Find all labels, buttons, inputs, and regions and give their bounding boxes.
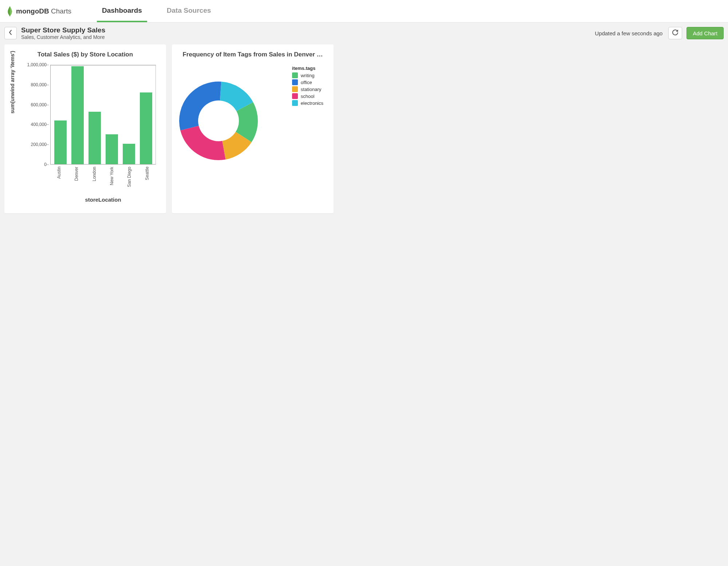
bar-austin — [54, 120, 67, 164]
dashboard-subtitle: Sales, Customer Analytics, and More — [21, 34, 105, 40]
refresh-icon — [672, 29, 678, 37]
leaf-icon — [7, 6, 13, 17]
legend-label: stationary — [301, 87, 321, 92]
bar-x-tick: San Diego — [127, 167, 132, 192]
donut-slice-school — [180, 126, 225, 160]
legend-swatch — [292, 79, 298, 85]
bar-london — [88, 112, 101, 164]
bar-y-tick: 1,000,000 — [17, 62, 47, 67]
legend-item-writing: writing — [292, 72, 323, 78]
legend-swatch — [292, 93, 298, 99]
add-chart-button[interactable]: Add Chart — [686, 27, 724, 39]
donut-svg — [178, 81, 259, 161]
updated-text: Updated a few seconds ago — [595, 30, 662, 36]
bar-y-tick: 600,000 — [17, 102, 47, 107]
legend-label: office — [301, 80, 312, 85]
donut-chart: items.tags writingofficestationaryschool… — [178, 63, 327, 208]
donut-legend: items.tags writingofficestationaryschool… — [292, 66, 323, 107]
legend-swatch — [292, 100, 298, 106]
legend-item-stationary: stationary — [292, 86, 323, 92]
bar-chart: sum(unwind array 'items') 0200,000400,00… — [11, 63, 160, 208]
bar-x-tick: Austin — [56, 167, 62, 192]
legend-item-office: office — [292, 79, 323, 85]
bar-y-ticks: 0200,000400,000600,000800,0001,000,000 — [20, 65, 49, 165]
donut-slice-office — [179, 82, 221, 130]
top-nav: mongoDB Charts Dashboards Data Sources — [0, 0, 728, 23]
tab-data-sources[interactable]: Data Sources — [162, 0, 216, 22]
bar-san-diego — [123, 144, 135, 164]
bar-y-axis-label: sum(unwind array 'items') — [9, 51, 15, 114]
bar-x-axis-label: storeLocation — [50, 197, 156, 203]
bar-x-ticks: AustinDenverLondonNew YorkSan DiegoSeatt… — [50, 167, 156, 192]
bar-x-tick: London — [92, 167, 97, 192]
bar-plot-area — [50, 65, 156, 165]
bar-y-tick: 0 — [17, 162, 47, 167]
donut-legend-title: items.tags — [292, 66, 323, 71]
legend-item-electronics: electronics — [292, 100, 323, 106]
bar-seattle — [140, 92, 152, 164]
bar-y-tick: 400,000 — [17, 122, 47, 127]
bar-x-tick: New York — [109, 167, 114, 192]
bar-y-tick: 200,000 — [17, 142, 47, 147]
chevron-left-icon — [9, 30, 12, 36]
bar-denver — [71, 66, 84, 164]
refresh-button[interactable] — [668, 27, 682, 39]
cards-container: Total Sales ($) by Store Location sum(un… — [0, 44, 728, 221]
bar-x-tick: Seattle — [145, 167, 150, 192]
legend-item-school: school — [292, 93, 323, 99]
nav-tabs: Dashboards Data Sources — [97, 0, 216, 22]
brand-bold: mongoDB — [16, 7, 49, 15]
card-bar-chart[interactable]: Total Sales ($) by Store Location sum(un… — [4, 44, 166, 213]
legend-label: electronics — [301, 100, 323, 106]
bar-chart-title: Total Sales ($) by Store Location — [11, 51, 160, 58]
brand: mongoDB Charts — [7, 6, 71, 17]
bar-bars — [51, 65, 156, 164]
donut-chart-title: Frequency of Item Tags from Sales in Den… — [178, 51, 327, 58]
legend-label: writing — [301, 73, 315, 78]
legend-label: school — [301, 94, 315, 99]
brand-light: Charts — [49, 7, 71, 15]
bar-new-york — [106, 134, 118, 164]
legend-swatch — [292, 72, 298, 78]
bar-y-tick: 800,000 — [17, 82, 47, 87]
legend-swatch — [292, 86, 298, 92]
tab-dashboards[interactable]: Dashboards — [97, 0, 147, 22]
bar-x-tick: Denver — [74, 167, 79, 192]
dashboard-header: Super Store Supply Sales Sales, Customer… — [0, 23, 728, 44]
back-button[interactable] — [4, 27, 17, 39]
card-donut-chart[interactable]: Frequency of Item Tags from Sales in Den… — [172, 44, 334, 213]
brand-text: mongoDB Charts — [16, 7, 71, 15]
dashboard-title: Super Store Supply Sales — [21, 26, 105, 34]
dashboard-titles: Super Store Supply Sales Sales, Customer… — [21, 26, 105, 40]
